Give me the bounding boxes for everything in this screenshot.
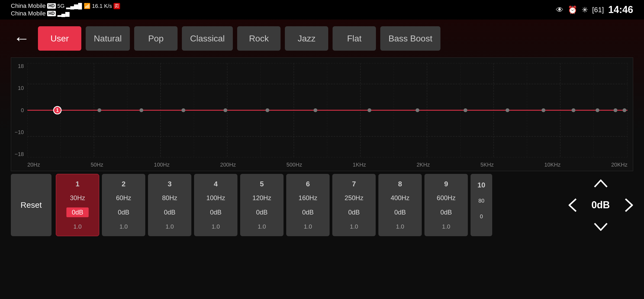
band4-db: 0dB	[205, 207, 227, 217]
eq-point-3[interactable]	[140, 108, 143, 112]
band3-db: 0dB	[159, 207, 181, 217]
eq-point-12[interactable]	[542, 108, 545, 112]
data-speed: 16.1 K/s	[92, 3, 112, 9]
eq-point-14[interactable]	[595, 108, 599, 112]
svg-text:1: 1	[56, 108, 59, 113]
band10-db: 0	[474, 212, 488, 221]
band-next-button[interactable]	[620, 196, 639, 214]
band-card-1[interactable]: 1 30Hz 0dB 1.0	[56, 174, 99, 236]
band2-q: 1.0	[120, 223, 128, 230]
band1-q: 1.0	[73, 223, 82, 230]
band3-q: 1.0	[166, 223, 174, 230]
band3-freq: 80Hz	[162, 194, 177, 202]
band-cards: 1 30Hz 0dB 1.0 2 60Hz 0dB 1.0 3 80Hz 0dB…	[56, 174, 557, 236]
carrier2-label: China Mobile HD ▂▄▆	[11, 10, 120, 17]
eq-point-5[interactable]	[224, 108, 227, 112]
carrier-extra: 図	[114, 3, 120, 9]
carrier2-badge: HD	[47, 11, 56, 16]
eq-point-11[interactable]	[505, 108, 509, 112]
preset-natural[interactable]: Natural	[86, 26, 130, 51]
eq-chart[interactable]: 18 10 0 −10 −18 20Hz 50Hz 100Hz 200Hz 50…	[11, 57, 633, 171]
x-20hz: 20Hz	[27, 162, 40, 168]
x-axis-labels: 20Hz 50Hz 100Hz 200Hz 500Hz 1KHz 2KHz 5K…	[27, 159, 627, 171]
eq-svg-chart[interactable]: 1	[27, 63, 627, 157]
preset-classical[interactable]: Classical	[182, 26, 233, 51]
clock: 14:46	[608, 4, 633, 15]
carrier1-name: China Mobile	[11, 2, 46, 9]
bottom-controls: Reset 1 30Hz 0dB 1.0 2 60Hz 0dB 1.0 3 80…	[0, 174, 644, 236]
band-card-5[interactable]: 5 120Hz 0dB 1.0	[240, 174, 284, 236]
chevron-up-icon	[593, 176, 608, 191]
band8-num: 8	[398, 180, 402, 188]
eq-point-10[interactable]	[463, 108, 467, 112]
eq-point-13[interactable]	[572, 108, 575, 112]
chevron-left-icon	[565, 198, 580, 213]
preset-pop[interactable]: Pop	[134, 26, 178, 51]
carrier2-name: China Mobile	[11, 10, 46, 17]
band8-freq: 400Hz	[391, 194, 409, 202]
band6-freq: 160Hz	[298, 194, 317, 202]
carrier1-label: China Mobile HD 5G ▂▄▆█ 📶 16.1 K/s 図	[11, 2, 120, 9]
band10-num: 10	[478, 181, 485, 189]
band7-num: 7	[352, 180, 356, 188]
eq-point-4[interactable]	[182, 108, 185, 112]
signal-bars2: ▂▄▆	[57, 10, 69, 17]
eq-point-2[interactable]	[98, 108, 101, 112]
band-prev-button[interactable]	[563, 196, 582, 214]
value-down-button[interactable]	[591, 218, 610, 236]
x-500hz: 500Hz	[286, 162, 302, 168]
preset-tabs: User Natural Pop Classical Rock Jazz Fla…	[38, 26, 633, 51]
band7-q: 1.0	[350, 223, 358, 230]
back-button[interactable]: ←	[11, 28, 33, 49]
band-card-2[interactable]: 2 60Hz 0dB 1.0	[102, 174, 145, 236]
battery-indicator: [61]	[592, 6, 604, 14]
band-card-8[interactable]: 8 400Hz 0dB 1.0	[378, 174, 422, 236]
y-axis-labels: 18 10 0 −10 −18	[11, 63, 26, 157]
x-200hz: 200Hz	[220, 162, 236, 168]
eq-point-6[interactable]	[266, 108, 269, 112]
main-content: ← User Natural Pop Classical Rock Jazz F…	[0, 20, 644, 299]
eye-icon: 👁	[556, 5, 564, 14]
preset-jazz[interactable]: Jazz	[285, 26, 328, 51]
band-card-4[interactable]: 4 100Hz 0dB 1.0	[194, 174, 237, 236]
battery-level: 61	[594, 6, 602, 14]
x-50hz: 50Hz	[91, 162, 103, 168]
value-up-button[interactable]	[591, 174, 610, 192]
eq-point-7[interactable]	[314, 108, 317, 112]
eq-point-8[interactable]	[368, 108, 371, 112]
preset-user[interactable]: User	[38, 26, 81, 51]
reset-button[interactable]: Reset	[11, 174, 51, 236]
band7-freq: 250Hz	[344, 194, 363, 202]
current-db-display: 0dB	[587, 199, 614, 211]
eq-point-16[interactable]	[623, 108, 626, 112]
status-bar: China Mobile HD 5G ▂▄▆█ 📶 16.1 K/s 図 Chi…	[0, 0, 644, 20]
band9-freq: 600Hz	[437, 194, 455, 202]
y-label-18: 18	[18, 63, 24, 69]
y-label-neg10: −10	[15, 129, 24, 135]
band-card-6[interactable]: 6 160Hz 0dB 1.0	[286, 174, 330, 236]
back-arrow-icon: ←	[14, 30, 30, 47]
band1-freq: 30Hz	[70, 194, 85, 202]
eq-point-9[interactable]	[416, 108, 419, 112]
preset-flat[interactable]: Flat	[333, 26, 376, 51]
y-label-0: 0	[21, 107, 24, 113]
band-card-7[interactable]: 7 250Hz 0dB 1.0	[332, 174, 376, 236]
x-10khz: 10KHz	[544, 162, 561, 168]
status-right: 👁 ⏰ ✳ [61] 14:46	[556, 4, 633, 15]
x-100hz: 100Hz	[154, 162, 170, 168]
preset-bass-boost[interactable]: Bass Boost	[380, 26, 440, 51]
alarm-icon: ⏰	[568, 5, 577, 14]
band-card-3[interactable]: 3 80Hz 0dB 1.0	[148, 174, 191, 236]
band-card-10[interactable]: 10 80 0	[471, 174, 492, 236]
band-card-9[interactable]: 9 600Hz 0dB 1.0	[424, 174, 468, 236]
band2-db: 0dB	[112, 207, 135, 217]
band3-num: 3	[168, 180, 172, 188]
carrier-info: China Mobile HD 5G ▂▄▆█ 📶 16.1 K/s 図 Chi…	[11, 2, 120, 17]
x-5khz: 5KHz	[481, 162, 494, 168]
eq-point-15[interactable]	[614, 108, 617, 112]
preset-rock[interactable]: Rock	[237, 26, 281, 51]
signal-bars: ▂▄▆█	[66, 3, 82, 9]
y-label-10: 10	[18, 85, 24, 91]
band6-db: 0dB	[297, 207, 319, 217]
band9-q: 1.0	[442, 223, 450, 230]
